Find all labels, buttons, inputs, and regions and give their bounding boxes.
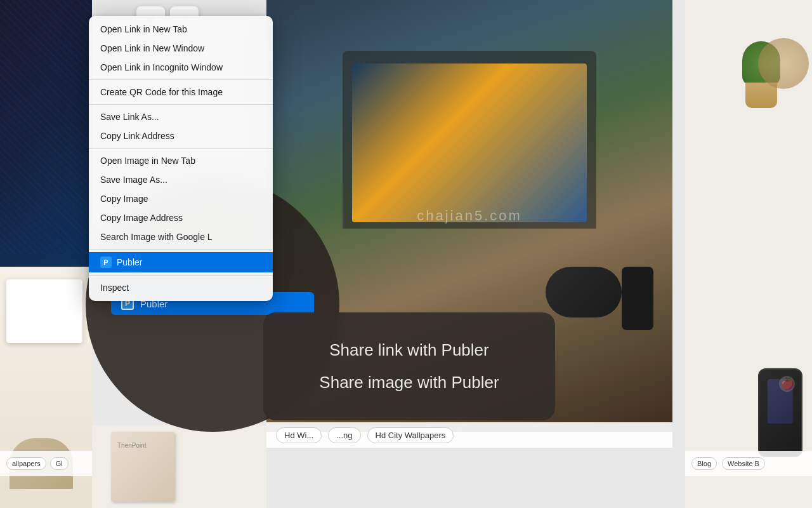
tag-hdwi[interactable]: Hd Wi... [276, 427, 322, 443]
menu-item-copy-link-label: Copy Link Address [100, 131, 174, 141]
menu-item-open-image-tab[interactable]: Open Image in New Tab [89, 151, 273, 170]
menu-item-save-image-label: Save Image As... [100, 175, 167, 185]
menu-item-search-google[interactable]: Search Image with Google L [89, 227, 273, 246]
separator-3 [89, 148, 273, 149]
menu-item-save-link-label: Save Link As... [100, 112, 159, 122]
menu-item-open-incognito-label: Open Link in Incognito Window [100, 62, 223, 72]
submenu-share-image[interactable]: Share image with Publer [306, 370, 511, 395]
publer-icon: P [100, 257, 112, 268]
left-image-panel: RE. [0, 0, 92, 508]
bottom-thumbnail-area [92, 425, 266, 508]
tag-ng[interactable]: ...ng [328, 427, 360, 443]
menu-item-search-google-label: Search Image with Google L [100, 232, 213, 242]
right-image-panel: 🍎 [685, 0, 812, 508]
menu-item-open-new-window-label: Open Link in New Window [100, 43, 204, 53]
menu-item-publer[interactable]: P Publer [89, 252, 273, 272]
tags-bar-left: allpapers Gl [0, 451, 92, 476]
separator-5 [89, 275, 273, 276]
separator-2 [89, 104, 273, 105]
menu-item-copy-image-address-label: Copy Image Address [100, 213, 183, 223]
tags-bar-right: Blog Website B [685, 451, 812, 476]
separator-1 [89, 79, 273, 80]
apple-logo: 🍎 [779, 376, 795, 392]
menu-item-open-image-tab-label: Open Image in New Tab [100, 156, 195, 166]
coaster [758, 38, 809, 89]
menu-item-copy-image-address[interactable]: Copy Image Address [89, 208, 273, 227]
tag-wallpapers[interactable]: allpapers [6, 457, 46, 470]
tag-blog[interactable]: Blog [691, 457, 717, 470]
menu-item-save-link[interactable]: Save Link As... [89, 107, 273, 126]
book-thumbnail [111, 432, 174, 502]
tags-bar-center: Hd Wi... ...ng Hd City Wallpapers [266, 422, 672, 448]
menu-item-create-qr-label: Create QR Code for this Image [100, 87, 223, 97]
submenu-share-link[interactable]: Share link with Publer [317, 338, 501, 363]
menu-item-open-new-tab[interactable]: Open Link in New Tab [89, 20, 273, 39]
publer-submenu: Share link with Publer Share image with … [263, 312, 555, 420]
phone-image: 🍎 [758, 368, 802, 457]
menu-item-inspect[interactable]: Inspect [89, 278, 273, 297]
menu-item-open-new-window[interactable]: Open Link in New Window [89, 39, 273, 58]
menu-item-open-new-tab-label: Open Link in New Tab [100, 24, 187, 34]
tag-hdcity[interactable]: Hd City Wallpapers [367, 427, 454, 443]
context-menu: Open Link in New Tab Open Link in New Wi… [89, 16, 273, 301]
tag-website-b[interactable]: Website B [722, 457, 765, 470]
menu-item-inspect-label: Inspect [100, 283, 129, 293]
menu-item-open-incognito[interactable]: Open Link in Incognito Window [89, 58, 273, 77]
separator-4 [89, 249, 273, 250]
menu-item-create-qr[interactable]: Create QR Code for this Image [89, 83, 273, 102]
menu-item-publer-label: Publer [117, 257, 142, 267]
menu-item-copy-image-label: Copy Image [100, 194, 148, 204]
publer-logo-icon: P [100, 257, 112, 268]
tag-gl[interactable]: Gl [50, 457, 69, 470]
menu-item-copy-link[interactable]: Copy Link Address [89, 126, 273, 145]
menu-item-copy-image[interactable]: Copy Image [89, 189, 273, 208]
menu-item-save-image[interactable]: Save Image As... [89, 170, 273, 189]
